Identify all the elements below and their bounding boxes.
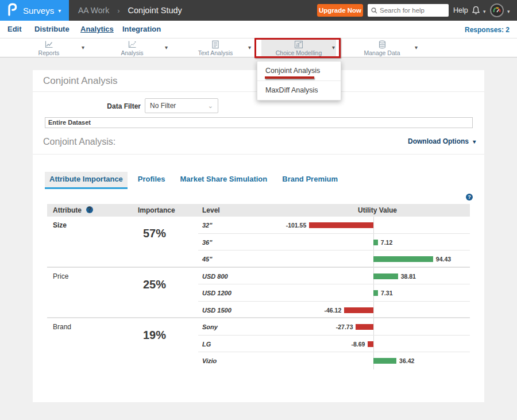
toolbar-caret-reports-icon[interactable]: ▾ — [82, 44, 84, 51]
col-header-importance: Importance — [138, 206, 175, 214]
responses-count[interactable]: Responses: 2 — [465, 26, 510, 34]
dataset-scope-bar: Entire Dataset — [45, 117, 473, 128]
download-caret-icon: ▾ — [473, 138, 476, 145]
attribute-group-price: Price 25% USD 80038.81 USD 12007.31 USD … — [47, 268, 470, 319]
help-link[interactable]: Help — [453, 6, 468, 14]
upgrade-now-button[interactable]: Upgrade Now — [317, 4, 363, 17]
text-document-icon — [211, 40, 219, 49]
level-row: Sony-27.73 — [47, 318, 470, 336]
level-label: 32" — [202, 222, 212, 229]
search-icon — [371, 7, 377, 14]
attribute-help-icon[interactable]: ? — [86, 206, 93, 213]
attribute-group-brand: Brand 19% Sony-27.73 LG-8.69 Vizio36.42 — [47, 318, 470, 369]
tab-profiles[interactable]: Profiles — [133, 172, 170, 189]
download-options-label: Download Options — [408, 137, 469, 145]
level-row: Vizio36.42 — [47, 352, 470, 369]
line-chart-icon — [44, 40, 53, 49]
product-caret-icon[interactable]: ▾ — [58, 7, 61, 14]
level-row: USD 80038.81 — [47, 268, 470, 285]
data-filter-value: No Filter — [150, 102, 208, 110]
level-label: LG — [202, 341, 211, 348]
download-options-button[interactable]: Download Options ▾ — [408, 137, 476, 145]
menu-item-maxdiff-analysis[interactable]: MaxDiff Analysis — [257, 80, 341, 100]
tab-market-share-simulation[interactable]: Market Share Simulation — [176, 172, 272, 189]
utility-value: -101.55 — [286, 222, 307, 229]
toolbar-caret-analysis-icon[interactable]: ▾ — [165, 44, 168, 51]
toolbar-item-label: Text Analysis — [198, 49, 233, 56]
menu-item-label: MaxDiff Analysis — [265, 86, 318, 94]
notifications-caret-icon[interactable]: ▾ — [483, 9, 486, 14]
utility-bar — [373, 256, 433, 262]
search-input[interactable] — [380, 7, 444, 14]
col-header-utility-value: Utility Value — [358, 206, 397, 214]
utility-bar — [368, 341, 373, 347]
product-name: Surveys — [23, 6, 54, 16]
choice-modelling-chart-icon — [294, 40, 303, 49]
database-icon — [378, 40, 387, 49]
level-row: LG-8.69 — [47, 336, 470, 353]
utility-value: 7.12 — [381, 239, 392, 246]
utility-value: -46.12 — [325, 307, 342, 314]
toolbar-caret-manage-data-icon[interactable]: ▾ — [415, 44, 418, 51]
toolbar-item-label: Choice Modelling — [276, 49, 322, 56]
data-filter-label: Data Filter — [51, 102, 141, 110]
toolbar-item-text-analysis[interactable]: Text Analysis — [178, 38, 253, 57]
nav-item-analytics[interactable]: Analytics — [80, 25, 114, 33]
page-title: Conjoint Analysis — [43, 75, 117, 87]
toolbar-item-label: Manage Data — [364, 49, 400, 56]
level-row: USD 12007.31 — [47, 284, 470, 302]
menu-item-label: Conjoint Analysis — [265, 67, 320, 75]
product-switcher[interactable]: Surveys ▾ — [0, 0, 69, 21]
toolbar-item-label: Reports — [38, 49, 60, 56]
toolbar-item-analysis[interactable]: Analysis — [95, 38, 169, 57]
tab-attribute-importance[interactable]: Attribute Importance — [45, 172, 128, 189]
chevron-down-icon: ⌄ — [208, 102, 213, 110]
utility-value: 38.81 — [401, 273, 416, 280]
level-label: Vizio — [202, 357, 217, 364]
utility-value: 94.43 — [436, 256, 451, 263]
utility-value: 36.42 — [399, 357, 414, 364]
menu-item-conjoint-analysis[interactable]: Conjoint Analysis — [257, 61, 341, 80]
toolbar-item-manage-data[interactable]: Manage Data — [345, 38, 419, 57]
utility-bar — [344, 307, 373, 313]
toolbar-caret-choice-modelling-icon[interactable]: ▾ — [332, 44, 335, 51]
toolbar-item-choice-modelling[interactable]: Choice Modelling — [261, 38, 336, 57]
conjoint-table: Attribute ? Importance Level Utility Val… — [47, 204, 470, 370]
table-help-icon[interactable]: ? — [466, 194, 473, 201]
table-header-row: Attribute ? Importance Level Utility Val… — [47, 204, 470, 217]
breadcrumb-separator-icon: › — [117, 6, 119, 15]
trend-chart-icon — [128, 40, 137, 49]
level-label: Sony — [202, 323, 218, 330]
breadcrumb: AA Work › Conjoint Study — [78, 0, 182, 21]
annotation-underline — [265, 76, 314, 79]
utility-bar — [373, 240, 378, 245]
top-header: Surveys ▾ AA Work › Conjoint Study Upgra… — [0, 0, 517, 21]
level-row: USD 1500-46.12 — [47, 302, 470, 319]
survey-nav: Edit Distribute Analytics Integration Re… — [0, 21, 517, 38]
toolbar-caret-text-analysis-icon[interactable]: ▾ — [248, 44, 251, 51]
utility-value: -8.69 — [352, 341, 365, 348]
account-avatar[interactable] — [490, 3, 504, 17]
level-label: USD 1500 — [202, 307, 232, 314]
level-label: 45" — [202, 256, 212, 263]
toolbar-item-reports[interactable]: Reports — [11, 38, 86, 57]
breadcrumb-workspace[interactable]: AA Work — [78, 6, 109, 15]
attribute-group-size: Size 57% 32"-101.55 36"7.12 45"94.43 — [47, 217, 470, 268]
breadcrumb-survey-title: Conjoint Study — [128, 6, 182, 15]
tab-brand-premium[interactable]: Brand Premium — [277, 172, 342, 189]
utility-bar — [373, 290, 378, 296]
utility-value: 7.31 — [381, 290, 392, 296]
nav-item-edit[interactable]: Edit — [7, 25, 22, 33]
nav-item-distribute[interactable]: Distribute — [34, 25, 70, 33]
notifications-bell-icon[interactable] — [471, 5, 481, 18]
nav-item-integration[interactable]: Integration — [122, 25, 161, 33]
section-title: Conjoint Analysis: — [43, 137, 115, 147]
account-caret-icon[interactable]: ▾ — [507, 9, 510, 14]
analysis-tabs: Attribute Importance Profiles Market Sha… — [45, 172, 348, 189]
app-window: Surveys ▾ AA Work › Conjoint Study Upgra… — [0, 0, 517, 420]
help-search[interactable] — [368, 4, 449, 17]
level-row: 45"94.43 — [47, 251, 470, 268]
data-filter-select[interactable]: No Filter ⌄ — [145, 98, 218, 113]
utility-bar — [373, 273, 398, 279]
questionpro-logo-icon — [6, 2, 18, 18]
